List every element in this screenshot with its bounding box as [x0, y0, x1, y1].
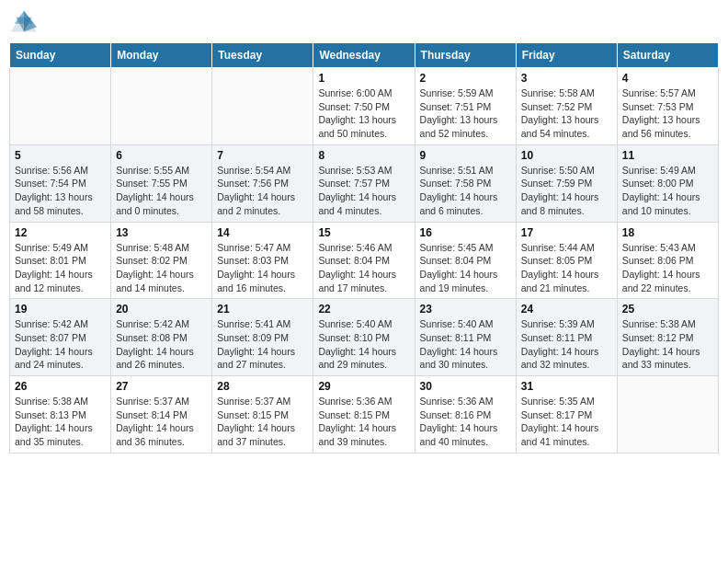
- calendar-week-row: 1Sunrise: 6:00 AMSunset: 7:50 PMDaylight…: [10, 68, 719, 145]
- calendar-day-cell: 25Sunrise: 5:38 AMSunset: 8:12 PMDayligh…: [617, 299, 718, 376]
- day-number: 21: [217, 303, 308, 316]
- day-info: Sunrise: 5:48 AMSunset: 8:02 PMDaylight:…: [116, 241, 207, 295]
- calendar-table: SundayMondayTuesdayWednesdayThursdayFrid…: [9, 42, 719, 454]
- calendar-week-row: 12Sunrise: 5:49 AMSunset: 8:01 PMDayligh…: [10, 222, 719, 299]
- day-info: Sunrise: 5:55 AMSunset: 7:55 PMDaylight:…: [116, 164, 207, 218]
- day-number: 19: [15, 303, 106, 316]
- day-info: Sunrise: 5:57 AMSunset: 7:53 PMDaylight:…: [622, 86, 713, 141]
- calendar-week-row: 19Sunrise: 5:42 AMSunset: 8:07 PMDayligh…: [10, 299, 719, 376]
- calendar-day-cell: 1Sunrise: 6:00 AMSunset: 7:50 PMDaylight…: [313, 68, 415, 145]
- calendar-empty-cell: [10, 68, 111, 145]
- day-info: Sunrise: 5:49 AMSunset: 8:00 PMDaylight:…: [622, 164, 713, 218]
- day-info: Sunrise: 5:53 AMSunset: 7:57 PMDaylight:…: [318, 164, 409, 218]
- calendar-day-cell: 7Sunrise: 5:54 AMSunset: 7:56 PMDaylight…: [212, 144, 313, 222]
- day-number: 27: [116, 380, 207, 393]
- day-of-week-header: Saturday: [617, 43, 718, 68]
- day-info: Sunrise: 5:38 AMSunset: 8:12 PMDaylight:…: [622, 317, 713, 372]
- calendar-day-cell: 27Sunrise: 5:37 AMSunset: 8:14 PMDayligh…: [111, 376, 212, 454]
- calendar-day-cell: 21Sunrise: 5:41 AMSunset: 8:09 PMDayligh…: [212, 299, 313, 376]
- day-info: Sunrise: 5:50 AMSunset: 7:59 PMDaylight:…: [521, 164, 612, 218]
- day-number: 9: [420, 149, 511, 162]
- day-number: 31: [521, 380, 612, 393]
- day-number: 11: [622, 149, 713, 162]
- day-info: Sunrise: 5:36 AMSunset: 8:15 PMDaylight:…: [318, 395, 409, 449]
- day-info: Sunrise: 5:42 AMSunset: 8:07 PMDaylight:…: [15, 317, 106, 372]
- day-info: Sunrise: 5:41 AMSunset: 8:09 PMDaylight:…: [217, 317, 308, 372]
- day-number: 29: [318, 380, 409, 393]
- day-number: 30: [420, 380, 511, 393]
- calendar-day-cell: 4Sunrise: 5:57 AMSunset: 7:53 PMDaylight…: [617, 68, 718, 145]
- calendar-empty-cell: [617, 376, 718, 454]
- day-info: Sunrise: 5:43 AMSunset: 8:06 PMDaylight:…: [622, 241, 713, 295]
- day-number: 8: [318, 149, 409, 162]
- calendar-empty-cell: [212, 68, 313, 145]
- day-info: Sunrise: 5:38 AMSunset: 8:13 PMDaylight:…: [15, 395, 106, 449]
- day-info: Sunrise: 5:40 AMSunset: 8:10 PMDaylight:…: [318, 317, 409, 372]
- calendar-day-cell: 28Sunrise: 5:37 AMSunset: 8:15 PMDayligh…: [212, 376, 313, 454]
- day-number: 18: [622, 226, 713, 239]
- day-number: 5: [15, 149, 106, 162]
- calendar-day-cell: 15Sunrise: 5:46 AMSunset: 8:04 PMDayligh…: [313, 222, 415, 299]
- calendar-day-cell: 10Sunrise: 5:50 AMSunset: 7:59 PMDayligh…: [516, 144, 617, 222]
- logo-icon: [9, 9, 39, 35]
- calendar-day-cell: 16Sunrise: 5:45 AMSunset: 8:04 PMDayligh…: [415, 222, 516, 299]
- calendar-day-cell: 26Sunrise: 5:38 AMSunset: 8:13 PMDayligh…: [10, 376, 111, 454]
- day-number: 23: [420, 303, 511, 316]
- day-number: 13: [116, 226, 207, 239]
- calendar-day-cell: 3Sunrise: 5:58 AMSunset: 7:52 PMDaylight…: [516, 68, 617, 145]
- day-info: Sunrise: 5:36 AMSunset: 8:16 PMDaylight:…: [420, 395, 511, 449]
- day-number: 2: [420, 72, 511, 85]
- day-of-week-header: Wednesday: [313, 43, 415, 68]
- calendar-day-cell: 9Sunrise: 5:51 AMSunset: 7:58 PMDaylight…: [415, 144, 516, 222]
- day-number: 25: [622, 303, 713, 316]
- calendar-day-cell: 22Sunrise: 5:40 AMSunset: 8:10 PMDayligh…: [313, 299, 415, 376]
- day-info: Sunrise: 5:35 AMSunset: 8:17 PMDaylight:…: [521, 395, 612, 449]
- calendar-day-cell: 30Sunrise: 5:36 AMSunset: 8:16 PMDayligh…: [415, 376, 516, 454]
- day-number: 20: [116, 303, 207, 316]
- day-number: 6: [116, 149, 207, 162]
- day-number: 28: [217, 380, 308, 393]
- calendar-day-cell: 24Sunrise: 5:39 AMSunset: 8:11 PMDayligh…: [516, 299, 617, 376]
- calendar-day-cell: 18Sunrise: 5:43 AMSunset: 8:06 PMDayligh…: [617, 222, 718, 299]
- day-number: 7: [217, 149, 308, 162]
- day-info: Sunrise: 5:37 AMSunset: 8:14 PMDaylight:…: [116, 395, 207, 449]
- calendar-day-cell: 12Sunrise: 5:49 AMSunset: 8:01 PMDayligh…: [10, 222, 111, 299]
- calendar-empty-cell: [111, 68, 212, 145]
- day-info: Sunrise: 5:39 AMSunset: 8:11 PMDaylight:…: [521, 317, 612, 372]
- calendar-day-cell: 2Sunrise: 5:59 AMSunset: 7:51 PMDaylight…: [415, 68, 516, 145]
- day-info: Sunrise: 6:00 AMSunset: 7:50 PMDaylight:…: [318, 86, 409, 141]
- day-info: Sunrise: 5:42 AMSunset: 8:08 PMDaylight:…: [116, 317, 207, 372]
- calendar-day-cell: 14Sunrise: 5:47 AMSunset: 8:03 PMDayligh…: [212, 222, 313, 299]
- calendar-day-cell: 17Sunrise: 5:44 AMSunset: 8:05 PMDayligh…: [516, 222, 617, 299]
- day-number: 26: [15, 380, 106, 393]
- calendar-day-cell: 13Sunrise: 5:48 AMSunset: 8:02 PMDayligh…: [111, 222, 212, 299]
- day-info: Sunrise: 5:56 AMSunset: 7:54 PMDaylight:…: [15, 164, 106, 218]
- calendar-header-row: SundayMondayTuesdayWednesdayThursdayFrid…: [10, 43, 719, 68]
- day-number: 17: [521, 226, 612, 239]
- day-number: 4: [622, 72, 713, 85]
- day-of-week-header: Tuesday: [212, 43, 313, 68]
- day-of-week-header: Thursday: [415, 43, 516, 68]
- day-number: 22: [318, 303, 409, 316]
- day-number: 12: [15, 226, 106, 239]
- logo: [9, 9, 42, 35]
- calendar-week-row: 26Sunrise: 5:38 AMSunset: 8:13 PMDayligh…: [10, 376, 719, 454]
- day-info: Sunrise: 5:58 AMSunset: 7:52 PMDaylight:…: [521, 86, 612, 141]
- day-info: Sunrise: 5:44 AMSunset: 8:05 PMDaylight:…: [521, 241, 612, 295]
- day-info: Sunrise: 5:49 AMSunset: 8:01 PMDaylight:…: [15, 241, 106, 295]
- calendar-day-cell: 20Sunrise: 5:42 AMSunset: 8:08 PMDayligh…: [111, 299, 212, 376]
- day-info: Sunrise: 5:59 AMSunset: 7:51 PMDaylight:…: [420, 86, 511, 141]
- day-number: 1: [318, 72, 409, 85]
- calendar-day-cell: 31Sunrise: 5:35 AMSunset: 8:17 PMDayligh…: [516, 376, 617, 454]
- day-info: Sunrise: 5:46 AMSunset: 8:04 PMDaylight:…: [318, 241, 409, 295]
- day-info: Sunrise: 5:54 AMSunset: 7:56 PMDaylight:…: [217, 164, 308, 218]
- day-number: 16: [420, 226, 511, 239]
- calendar-week-row: 5Sunrise: 5:56 AMSunset: 7:54 PMDaylight…: [10, 144, 719, 222]
- day-info: Sunrise: 5:45 AMSunset: 8:04 PMDaylight:…: [420, 241, 511, 295]
- calendar-day-cell: 5Sunrise: 5:56 AMSunset: 7:54 PMDaylight…: [10, 144, 111, 222]
- calendar-day-cell: 19Sunrise: 5:42 AMSunset: 8:07 PMDayligh…: [10, 299, 111, 376]
- day-number: 24: [521, 303, 612, 316]
- calendar-day-cell: 29Sunrise: 5:36 AMSunset: 8:15 PMDayligh…: [313, 376, 415, 454]
- calendar-day-cell: 6Sunrise: 5:55 AMSunset: 7:55 PMDaylight…: [111, 144, 212, 222]
- day-number: 10: [521, 149, 612, 162]
